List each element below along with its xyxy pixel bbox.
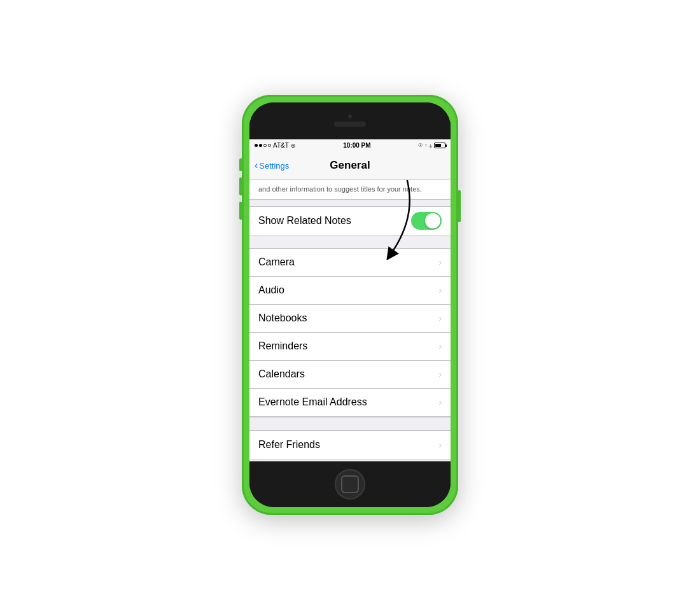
- calendars-row[interactable]: Calendars ›: [249, 361, 451, 389]
- phone-screen: AT&T ⊜ 10:00 PM ☉ ↑ ⏚ ‹ Settings: [249, 139, 451, 461]
- page-title: General: [330, 159, 370, 172]
- evernote-email-row[interactable]: Evernote Email Address ›: [249, 389, 451, 417]
- reminders-row[interactable]: Reminders ›: [249, 333, 451, 361]
- camera-label: Camera: [258, 256, 295, 268]
- section-gap-1: [249, 200, 451, 206]
- toggle-knob: [425, 213, 440, 228]
- home-button[interactable]: [335, 469, 365, 500]
- battery-icon: [434, 143, 445, 148]
- calendars-label: Calendars: [258, 368, 305, 380]
- status-time: 10:00 PM: [343, 142, 370, 149]
- show-related-notes-label: Show Related Notes: [258, 215, 351, 227]
- screen-content: and other information to suggest titles …: [249, 180, 451, 461]
- notebooks-label: Notebooks: [258, 312, 307, 324]
- status-left: AT&T ⊜: [255, 142, 296, 149]
- nav-bar: ‹ Settings General: [249, 152, 451, 180]
- battery-fill: [435, 144, 441, 147]
- back-button[interactable]: ‹ Settings: [255, 160, 289, 171]
- refer-friends-chevron-icon: ›: [438, 440, 442, 450]
- toggle-section: Show Related Notes: [249, 206, 451, 235]
- camera-dot: [348, 115, 352, 118]
- home-button-inner: [341, 475, 359, 493]
- volume-up-button: [239, 178, 242, 195]
- audio-chevron-icon: ›: [438, 285, 442, 295]
- wifi-icon: ⊜: [291, 143, 296, 149]
- evernote-email-label: Evernote Email Address: [258, 396, 367, 408]
- audio-row[interactable]: Audio ›: [249, 277, 451, 305]
- camera-chevron-icon: ›: [438, 257, 442, 267]
- refer-friends-row[interactable]: Refer Friends ›: [249, 431, 451, 459]
- show-related-notes-row[interactable]: Show Related Notes: [249, 207, 451, 235]
- refer-friends-label: Refer Friends: [258, 439, 320, 451]
- back-label: Settings: [259, 161, 289, 171]
- phone-screen-area: AT&T ⊜ 10:00 PM ☉ ↑ ⏚ ‹ Settings: [249, 102, 451, 507]
- notebooks-row[interactable]: Notebooks ›: [249, 305, 451, 333]
- status-right: ☉ ↑ ⏚: [418, 143, 445, 149]
- carrier-name: AT&T: [273, 142, 289, 149]
- arrow-icon: ↑: [424, 143, 427, 148]
- signal-dot-2: [259, 144, 262, 147]
- signal-dot-1: [255, 144, 258, 147]
- speaker-grille: [334, 122, 366, 127]
- description-section: and other information to suggest titles …: [249, 180, 451, 200]
- calendars-chevron-icon: ›: [438, 369, 442, 379]
- location-icon: ☉: [418, 143, 423, 148]
- description-text: and other information to suggest titles …: [258, 185, 422, 193]
- phone-bottom: [249, 461, 451, 507]
- notebooks-chevron-icon: ›: [438, 313, 442, 323]
- signal-dot-4: [268, 144, 271, 147]
- phone-top-bar: [249, 102, 451, 139]
- mute-switch: [239, 158, 242, 171]
- power-button: [458, 190, 461, 222]
- reminders-label: Reminders: [258, 340, 307, 352]
- show-related-notes-toggle[interactable]: [411, 212, 442, 230]
- menu-section-1: Camera › Audio › Notebooks › Reminders ›: [249, 248, 451, 417]
- evernote-email-chevron-icon: ›: [438, 397, 442, 407]
- menu-section-2: Refer Friends ›: [249, 430, 451, 459]
- bluetooth-icon: ⏚: [429, 143, 432, 149]
- status-bar: AT&T ⊜ 10:00 PM ☉ ↑ ⏚: [249, 139, 451, 152]
- camera-row[interactable]: Camera ›: [249, 249, 451, 277]
- phone-device: AT&T ⊜ 10:00 PM ☉ ↑ ⏚ ‹ Settings: [242, 95, 458, 515]
- audio-label: Audio: [258, 284, 284, 296]
- section-gap-3: [249, 417, 451, 430]
- volume-down-button: [239, 202, 242, 220]
- section-gap-2: [249, 235, 451, 248]
- back-chevron-icon: ‹: [255, 160, 258, 171]
- reminders-chevron-icon: ›: [438, 341, 442, 351]
- signal-bars: [255, 144, 271, 147]
- signal-dot-3: [263, 144, 267, 147]
